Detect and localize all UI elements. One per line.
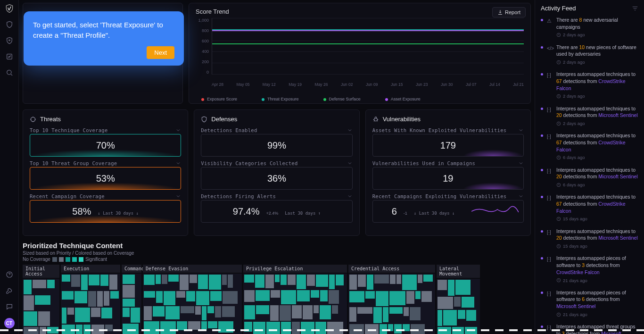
feed-dot-icon	[541, 196, 543, 198]
metric-value: 99%	[267, 140, 286, 151]
activity-feed-title: Activity Feed	[541, 5, 576, 12]
feed-item[interactable]: [·]Interpres automapped techniques to 20…	[541, 105, 638, 127]
chevron-down-icon[interactable]	[175, 160, 181, 166]
metric: Assets With Known Exploited Vulnerabilit…	[372, 127, 524, 157]
metric-label: Vulnerabilities Used in Campaigns	[372, 160, 476, 166]
feed-type-icon: ⚠	[547, 17, 553, 38]
chevron-down-icon[interactable]	[347, 127, 353, 133]
metric: Detections Enabled99%	[201, 127, 352, 157]
treemap-header: Credential Access	[348, 265, 435, 273]
metric-label: Detections Firing Alerts	[201, 193, 276, 199]
metric: Recent Campaign Coverage58%↓ Last 30 day…	[30, 193, 181, 223]
chat-icon[interactable]	[5, 302, 14, 311]
treemap-category[interactable]: Privilege EscalationPersistence	[243, 265, 347, 326]
svg-point-0	[8, 40, 10, 41]
metric-label: Recent Campaigns Exploiting Vulnerabilit…	[372, 193, 507, 199]
metric-label: Top 10 Technique Coverage	[30, 127, 108, 133]
chevron-down-icon[interactable]	[347, 160, 353, 166]
feed-dot-icon	[541, 134, 543, 137]
treemap-category[interactable]: Initial Access	[23, 265, 59, 326]
metric: Detections Firing Alerts97.4%+2.4%Last 3…	[201, 193, 352, 223]
svg-rect-5	[374, 118, 377, 121]
feed-item[interactable]: [·]Interpres automapped threat groups to…	[541, 323, 638, 334]
treemap-title: Prioritized Technique Content	[23, 242, 531, 250]
metric-label: Recent Campaign Coverage	[30, 193, 105, 199]
feed-type-icon: [·]	[547, 106, 553, 127]
feed-item[interactable]: ⚠There are 8 new adversarial campaigns2 …	[541, 17, 638, 38]
truncation-indicator	[0, 329, 644, 331]
feed-dot-icon	[541, 230, 543, 233]
treemap-header: Lateral Movement	[437, 265, 480, 278]
feed-item[interactable]: [·]Interpres automapped techniques to 20…	[541, 228, 638, 250]
feed-type-icon: [·]	[547, 229, 553, 250]
score-trend-chart: 1,0008006004002000 Apr 28May 05May 12May…	[196, 18, 524, 79]
feed-type-icon: [·]	[547, 133, 553, 160]
metric-label: Assets With Known Exploited Vulnerabilit…	[372, 127, 507, 133]
treemap-subtitle: Sized based on Priority / Colored based …	[23, 250, 531, 256]
shield-small-icon	[201, 116, 207, 123]
tools-icon[interactable]	[5, 286, 14, 295]
feed-dot-icon	[541, 326, 543, 328]
feed-item[interactable]: [·]Interpres automapped pieces of softwa…	[541, 255, 638, 283]
metric: Recent Campaigns Exploiting Vulnerabilit…	[372, 193, 524, 223]
feed-dot-icon	[541, 73, 543, 75]
score-trend-card: Score Trend Report 1,0008006004002000 Ap…	[189, 3, 531, 104]
chevron-down-icon[interactable]	[175, 127, 181, 133]
treemap-category[interactable]: Command	[122, 265, 141, 326]
feed-item[interactable]: [·]Interpres automapped techniques to 67…	[541, 71, 638, 99]
logo-icon[interactable]	[5, 4, 14, 13]
treemap-legend: No CoverageSignificant	[23, 257, 531, 262]
threats-title: Threats	[40, 116, 61, 123]
shield-icon[interactable]	[5, 20, 14, 29]
feed-filter-icon[interactable]	[632, 5, 638, 12]
metric: Top 10 Threat Group Coverage53%	[30, 160, 181, 190]
defenses-title: Defenses	[211, 116, 237, 123]
chevron-down-icon[interactable]	[518, 160, 524, 166]
treemap-section: Prioritized Technique Content Sized base…	[23, 242, 531, 326]
feed-item[interactable]: [·]Interpres automapped techniques to 67…	[541, 193, 638, 222]
treemap-header: Privilege Escalation	[243, 265, 347, 273]
feed-type-icon: [·]	[547, 256, 553, 283]
vulnerabilities-card: Vulnerabilities Assets With Known Exploi…	[365, 109, 531, 236]
feed-dot-icon	[541, 46, 543, 49]
treemap-category[interactable]: Lateral MovementCollection	[437, 265, 480, 326]
metric-value: 179	[440, 140, 456, 151]
svg-point-2	[7, 70, 11, 75]
chevron-down-icon[interactable]	[518, 193, 524, 199]
report-label: Report	[505, 9, 520, 15]
feed-type-icon: [·]	[547, 72, 553, 99]
feed-dot-icon	[541, 257, 543, 259]
feed-item[interactable]: [·]Interpres automapped pieces of softwa…	[541, 289, 638, 317]
avatar[interactable]: CT	[4, 318, 15, 328]
search-icon[interactable]	[5, 68, 14, 77]
treemap-category[interactable]: Defense Evasion	[143, 265, 242, 326]
threats-card: Threats Top 10 Technique Coverage70%Top …	[23, 109, 188, 236]
feed-item[interactable]: [·]Interpres automapped techniques to 20…	[541, 167, 638, 188]
sidebar: CT	[0, 0, 19, 334]
metric-value: 36%	[267, 173, 286, 184]
treemap-category[interactable]: Credential AccessDiscovery	[348, 265, 435, 326]
treemap-category[interactable]: Execution	[61, 265, 120, 326]
treemap-header: Execution	[61, 265, 120, 273]
feed-type-icon: </>	[547, 45, 553, 66]
coachmark-tooltip: To get started, select 'Threat Exposure'…	[24, 11, 184, 66]
metric-value: 97.4%	[233, 206, 260, 217]
defense-icon[interactable]	[5, 36, 14, 45]
feed-item[interactable]: </>There are 10 new pieces of software u…	[541, 44, 638, 66]
treemap-header: Initial Access	[23, 265, 59, 278]
metric: Visibility Categories Collected36%	[201, 160, 352, 190]
metric-value: 19	[443, 173, 453, 184]
metric: Vulnerabilities Used in Campaigns19	[372, 160, 524, 190]
treemap-header: Command	[122, 265, 141, 273]
activity-feed-panel: Activity Feed ⚠There are 8 new adversari…	[535, 0, 644, 334]
chevron-down-icon[interactable]	[518, 127, 524, 133]
assets-icon[interactable]	[5, 52, 14, 61]
help-icon[interactable]	[5, 270, 14, 279]
metric-value: 6	[392, 206, 397, 217]
chevron-down-icon[interactable]	[347, 193, 353, 199]
report-button[interactable]: Report	[492, 7, 526, 17]
feed-type-icon: [·]	[547, 194, 553, 222]
chevron-down-icon[interactable]	[175, 193, 181, 199]
coachmark-next-button[interactable]: Next	[147, 46, 174, 59]
feed-item[interactable]: [·]Interpres automapped techniques to 67…	[541, 132, 638, 160]
